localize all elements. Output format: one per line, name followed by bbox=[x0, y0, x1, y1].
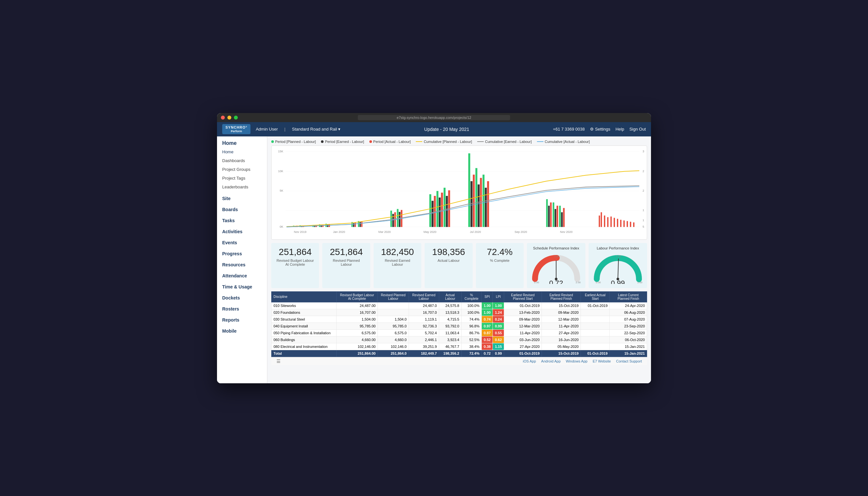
svg-rect-72 bbox=[599, 215, 600, 227]
col-budget: Revised Budget Labour At Complete bbox=[337, 291, 378, 302]
spi-gauge-card: Schedule Performance Index 0.72 0.00 bbox=[527, 243, 585, 288]
svg-rect-37 bbox=[360, 221, 361, 227]
svg-text:May 2020: May 2020 bbox=[423, 230, 436, 233]
svg-rect-47 bbox=[434, 196, 436, 227]
kpi-budget: 251,864 Revised Budget Labour At Complet… bbox=[271, 243, 319, 288]
signout-link[interactable]: Sign Out bbox=[629, 127, 646, 131]
svg-text:1.00: 1.00 bbox=[616, 255, 621, 258]
table-row: 020 Foundations16,707.0016,707.013,518.3… bbox=[272, 309, 647, 316]
svg-rect-46 bbox=[432, 201, 434, 227]
e7-website-link[interactable]: E7 Website bbox=[592, 359, 611, 363]
svg-text:Jan 2020: Jan 2020 bbox=[333, 230, 345, 233]
kpi-pct-label: % Complete bbox=[481, 259, 518, 262]
kpi-earned: 182,450 Revised Earned Labour bbox=[374, 243, 421, 288]
sidebar-section-boards: Boards bbox=[217, 202, 267, 213]
legend-actual-labour: Period [Actual - Labour] bbox=[369, 140, 411, 143]
sidebar-section-site: Site bbox=[217, 191, 267, 202]
windows-app-link[interactable]: Windows App bbox=[566, 359, 588, 363]
maximize-button[interactable] bbox=[234, 115, 238, 120]
sidebar-section-events: Events bbox=[217, 235, 267, 247]
content-wrapper: Home Home Dashboards Project Groups Proj… bbox=[217, 136, 651, 383]
chart-legend: Period [Planned - Labour] Period [Earned… bbox=[271, 140, 647, 143]
kpi-earned-label: Revised Earned Labour bbox=[379, 259, 416, 266]
header-right: +61 7 3369 0038 ⚙ Settings Help Sign Out bbox=[553, 127, 646, 131]
user-name[interactable]: Admin User bbox=[255, 127, 278, 131]
table-row: 010 Siteworks24,487.0024,487.024,575.810… bbox=[272, 302, 647, 309]
svg-text:250K: 250K bbox=[642, 169, 644, 172]
sidebar-item-project-tags[interactable]: Project Tags bbox=[217, 174, 267, 183]
chart-container: 15K 10K 5K 0K 300K 250K 200K 150K 100K 5… bbox=[271, 145, 647, 240]
contact-support-link[interactable]: Contact Support bbox=[616, 359, 642, 363]
legend-line-cum-actual bbox=[537, 141, 543, 142]
svg-rect-64 bbox=[548, 206, 549, 227]
sidebar-item-home[interactable]: Home bbox=[217, 148, 267, 156]
svg-rect-55 bbox=[470, 181, 472, 227]
svg-text:Mar 2020: Mar 2020 bbox=[378, 230, 391, 233]
lpi-gauge-title: Labour Performance Index bbox=[592, 246, 644, 250]
labour-chart: 15K 10K 5K 0K 300K 250K 200K 150K 100K 5… bbox=[274, 149, 644, 237]
minimize-button[interactable] bbox=[228, 115, 231, 120]
ios-app-link[interactable]: iOS App bbox=[523, 359, 536, 363]
svg-rect-73 bbox=[601, 212, 602, 227]
svg-text:200K: 200K bbox=[642, 189, 644, 192]
svg-text:0K: 0K bbox=[280, 225, 283, 228]
sidebar-section-home: Home bbox=[217, 136, 267, 148]
android-app-link[interactable]: Android App bbox=[541, 359, 561, 363]
svg-rect-65 bbox=[550, 202, 552, 227]
svg-text:Sep 2020: Sep 2020 bbox=[514, 230, 527, 233]
svg-rect-82 bbox=[630, 221, 631, 227]
svg-text:150K: 150K bbox=[642, 208, 644, 212]
svg-rect-62 bbox=[487, 181, 489, 227]
svg-rect-67 bbox=[555, 209, 556, 227]
svg-text:0.72: 0.72 bbox=[549, 279, 563, 284]
kpi-planned: 251,864 Revised Planned Labour bbox=[322, 243, 370, 288]
phone-number: +61 7 3369 0038 bbox=[553, 127, 585, 131]
svg-rect-79 bbox=[620, 220, 621, 227]
col-pct: % Complete bbox=[461, 291, 481, 302]
svg-rect-35 bbox=[355, 222, 356, 227]
url-bar[interactable]: e7stg-synchro-logo.herokuapp.com/project… bbox=[358, 115, 510, 120]
sidebar-section-resources: Resources bbox=[217, 258, 267, 269]
sidebar-section-tasks: Tasks bbox=[217, 213, 267, 224]
legend-earned-labour: Period [Earned - Labour] bbox=[321, 140, 364, 143]
hamburger-icon[interactable]: ☰ bbox=[277, 359, 281, 364]
kpi-pct-value: 72.4% bbox=[481, 247, 518, 257]
svg-text:2.00: 2.00 bbox=[576, 281, 581, 284]
kpi-pct: 72.4% % Complete bbox=[476, 243, 524, 288]
svg-text:0.00: 0.00 bbox=[596, 281, 601, 284]
legend-line-cum-planned bbox=[416, 141, 422, 142]
table-row: 030 Structural Steel1,504.001,504.01,119… bbox=[272, 316, 647, 323]
sidebar-item-leaderboards[interactable]: Leaderboards bbox=[217, 183, 267, 191]
table-row: 080 Electrical and Instrumentation102,14… bbox=[272, 343, 647, 350]
lpi-gauge-card: Labour Performance Index 0.99 0.00 1 bbox=[589, 243, 647, 288]
kpi-row: 251,864 Revised Budget Labour At Complet… bbox=[271, 243, 647, 288]
help-link[interactable]: Help bbox=[616, 127, 624, 131]
svg-rect-58 bbox=[478, 184, 480, 227]
kpi-actual: 198,356 Actual Labour bbox=[424, 243, 472, 288]
svg-text:Jul 2020: Jul 2020 bbox=[470, 230, 481, 233]
kpi-budget-label: Revised Budget Labour At Complete bbox=[277, 259, 314, 266]
col-discipline: Discipline bbox=[272, 291, 337, 302]
sidebar-section-activities: Activities bbox=[217, 224, 267, 235]
kpi-planned-label: Revised Planned Labour bbox=[327, 259, 365, 266]
sidebar-item-dashboards[interactable]: Dashboards bbox=[217, 156, 267, 165]
legend-cum-planned: Cumulative [Planned - Labour] bbox=[416, 140, 472, 143]
close-button[interactable] bbox=[221, 115, 225, 120]
sidebar-section-attendance: Attendance bbox=[217, 269, 267, 280]
kpi-actual-value: 198,356 bbox=[430, 247, 467, 257]
sidebar-section-mobile: Mobile bbox=[217, 324, 267, 335]
svg-rect-52 bbox=[446, 196, 448, 227]
svg-rect-71 bbox=[563, 208, 564, 227]
legend-cum-actual: Cumulative [Actual - Labour] bbox=[537, 140, 590, 143]
kpi-planned-value: 251,864 bbox=[327, 247, 365, 257]
legend-dot-actual bbox=[369, 140, 372, 143]
svg-text:1.00: 1.00 bbox=[554, 255, 559, 258]
svg-rect-76 bbox=[610, 216, 612, 227]
settings-link[interactable]: ⚙ Settings bbox=[590, 127, 610, 131]
project-selector[interactable]: Standard Road and Rail ▾ bbox=[292, 127, 340, 131]
sidebar-item-project-groups[interactable]: Project Groups bbox=[217, 165, 267, 174]
svg-rect-40 bbox=[392, 214, 394, 227]
svg-text:0.99: 0.99 bbox=[611, 279, 625, 284]
col-spi: SPI bbox=[481, 291, 493, 302]
logo-tagline: Perform bbox=[231, 129, 242, 133]
